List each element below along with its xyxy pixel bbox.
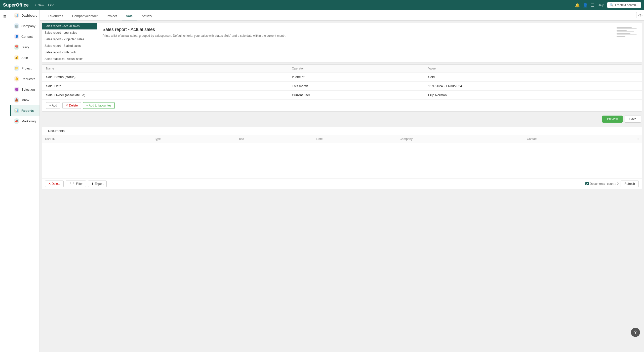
report-list-item-r1[interactable]: Sales report - Actual sales — [42, 23, 97, 29]
col-name: Name — [42, 65, 288, 73]
report-area: Sales report - Actual salesSales report … — [40, 21, 644, 352]
sidebar-item-inbox[interactable]: 📥Inbox — [10, 95, 39, 105]
col-operator: Operator — [288, 65, 424, 73]
delete-criteria-button[interactable]: ✕ Delete — [62, 102, 81, 109]
criteria-actions: + Add ✕ Delete + Add to favourites — [42, 99, 642, 111]
col-value: Value — [424, 65, 642, 73]
sidebar-item-label-requests: Requests — [21, 77, 35, 81]
sidebar-item-label-contact: Contact — [21, 35, 33, 39]
find-button[interactable]: Find — [48, 3, 54, 7]
sidebar-item-marketing[interactable]: 📣Marketing — [10, 116, 39, 126]
help-fab-button[interactable]: ? — [631, 328, 640, 337]
sidebar-item-requests[interactable]: 🔔Requests — [10, 74, 39, 84]
report-list-item-r5[interactable]: Sales report - with profit — [42, 49, 97, 56]
count-label: count : 0 — [607, 182, 619, 186]
add-to-favourites-button[interactable]: + Add to favourites — [83, 102, 115, 109]
sidebar-item-label-dashboard: Dashboard — [21, 14, 37, 17]
criteria-table: Name Operator Value Sale: Status (status… — [42, 65, 642, 99]
docs-col-type: Type — [151, 135, 236, 143]
criteria-panel: Name Operator Value Sale: Status (status… — [42, 64, 642, 112]
report-description: Prints a list of actual sales, grouped b… — [102, 34, 637, 38]
criteria-cell-operator-0: Is one of — [288, 73, 424, 82]
docs-delete-button[interactable]: ✕ Delete — [45, 181, 64, 187]
criteria-cell-value-0: Sold — [424, 73, 642, 82]
filter-label: Filter — [76, 182, 83, 186]
sidebar-item-company[interactable]: 🏢Company — [10, 21, 39, 31]
search-label: Freetext search... — [615, 3, 638, 7]
user-icon[interactable]: 👤 — [583, 3, 588, 8]
documents-checkbox-label[interactable]: Documents — [585, 182, 605, 186]
sidebar-item-diary[interactable]: 📅Diary — [10, 42, 39, 52]
sidebar-item-label-selection: Selection — [21, 88, 35, 91]
filter-icon: ⋮⋮ — [69, 182, 75, 186]
report-list-item-r4[interactable]: Sales report - Stalled sales — [42, 43, 97, 49]
report-list-item-r6[interactable]: Sales statistics - Actual sales — [42, 56, 97, 62]
tab-documents[interactable]: Documents — [45, 127, 68, 135]
tabs-bar: FavouritesCompany/contactProjectSaleActi… — [40, 10, 644, 21]
tab-activity[interactable]: Activity — [138, 12, 156, 20]
marketing-nav-icon: 📣 — [14, 118, 19, 124]
menu-icon[interactable]: ☰ — [591, 3, 594, 8]
sidebar-item-label-company: Company — [21, 24, 35, 28]
report-list: Sales report - Actual salesSales report … — [42, 23, 97, 62]
project-nav-icon: 📁 — [14, 65, 19, 71]
collapse-panel-button[interactable]: ◁▷ — [636, 12, 644, 18]
sidebar-item-sale[interactable]: 💰Sale — [10, 52, 39, 63]
report-list-item-r2[interactable]: Sales report - Lost sales — [42, 29, 97, 36]
documents-footer: ✕ Delete ⋮⋮ Filter ⬇ Export Documents co… — [42, 178, 642, 189]
add-criteria-button[interactable]: + Add — [46, 102, 60, 109]
selection-nav-icon: 🟣 — [14, 87, 19, 92]
sidebar-item-label-sale: Sale — [21, 56, 28, 60]
sidebar-item-reports[interactable]: 📊Reports — [10, 105, 39, 116]
inbox-nav-icon: 📥 — [14, 97, 19, 103]
reports-nav-icon: 📊 — [14, 108, 19, 113]
sidebar-item-label-inbox: Inbox — [21, 98, 29, 102]
docs-footer-right: Documents count : 0 Refresh — [585, 181, 639, 187]
docs-filter-button[interactable]: ⋮⋮ Filter — [66, 181, 86, 187]
notifications-icon[interactable]: 🔔 — [575, 3, 580, 8]
contact-nav-icon: 👤 — [14, 34, 19, 39]
main-content: FavouritesCompany/contactProjectSaleActi… — [40, 10, 644, 352]
sidebar-item-contact[interactable]: 👤Contact — [10, 31, 39, 42]
criteria-row-0: Sale: Status (status)Is one ofSold — [42, 73, 642, 82]
tab-sale[interactable]: Sale — [122, 12, 137, 20]
docs-empty-row — [42, 143, 642, 178]
requests-nav-icon: 🔔 — [14, 76, 19, 82]
criteria-cell-name-1: Sale: Date — [42, 82, 288, 91]
documents-checkbox[interactable] — [585, 182, 589, 185]
sidebar-item-selection[interactable]: 🟣Selection — [10, 84, 39, 95]
docs-col-user-id: User ID — [42, 135, 151, 143]
documents-table: User IDTypeTextDateCompanyContact↕ — [42, 135, 642, 178]
docs-sort-icon[interactable]: ↕ — [634, 135, 642, 143]
tab-project[interactable]: Project — [103, 12, 121, 20]
sidebar-item-dashboard[interactable]: 📊Dashboard — [10, 10, 39, 21]
help-link[interactable]: Help — [597, 3, 604, 7]
diary-nav-icon: 📅 — [14, 44, 19, 50]
refresh-button[interactable]: Refresh — [621, 181, 639, 187]
criteria-row-1: Sale: DateThis month11/1/2024 - 11/30/20… — [42, 82, 642, 91]
top-navigation: SuperOffice + New Find 🔔 👤 ☰ Help 🔍 Free… — [0, 0, 644, 10]
tab-company-contact[interactable]: Company/contact — [68, 12, 102, 20]
action-row: Preview Save — [42, 114, 642, 125]
save-button[interactable]: Save — [625, 116, 641, 123]
report-list-item-r3[interactable]: Sales report - Projected sales — [42, 36, 97, 43]
sidebar-item-label-diary: Diary — [21, 45, 29, 49]
freetext-search[interactable]: 🔍 Freetext search... — [607, 2, 641, 8]
sidebar-item-project[interactable]: 📁Project — [10, 63, 39, 74]
app-logo[interactable]: SuperOffice — [3, 3, 29, 8]
preview-button[interactable]: Preview — [602, 116, 623, 123]
docs-export-button[interactable]: ⬇ Export — [88, 181, 107, 187]
new-button[interactable]: + New — [35, 3, 44, 7]
search-icon: 🔍 — [610, 3, 614, 7]
documents-checkbox-text: Documents — [590, 182, 605, 186]
documents-panel: Documents User IDTypeTextDateCompanyCont… — [42, 127, 642, 189]
report-top-panel: Sales report - Actual salesSales report … — [42, 23, 642, 62]
criteria-cell-operator-1: This month — [288, 82, 424, 91]
docs-col-contact: Contact — [524, 135, 634, 143]
sidebar-toggle-icon[interactable]: ☰ — [1, 12, 10, 21]
criteria-cell-name-2: Sale: Owner (associate_id) — [42, 91, 288, 100]
criteria-cell-name-0: Sale: Status (status) — [42, 73, 288, 82]
sidebar-item-label-marketing: Marketing — [21, 119, 36, 123]
tab-favourites[interactable]: Favourites — [44, 12, 67, 20]
docs-col-text: Text — [236, 135, 313, 143]
